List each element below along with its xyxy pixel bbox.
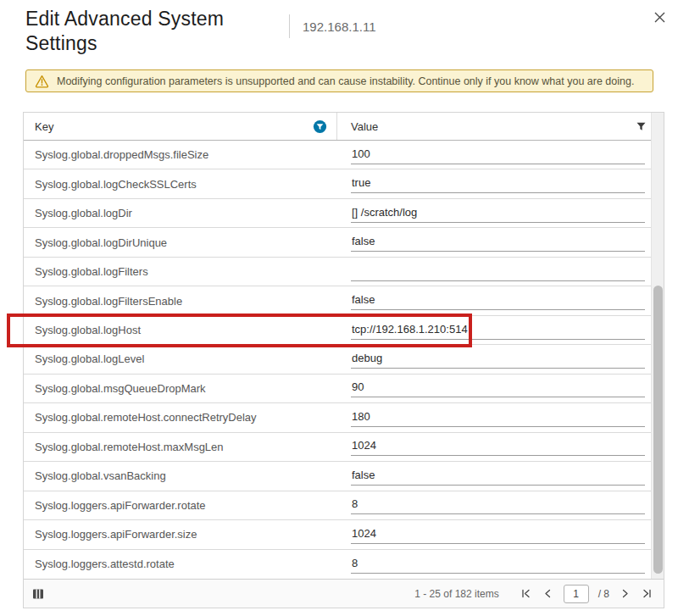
vertical-scrollbar[interactable] [651, 113, 664, 579]
setting-value-cell [337, 204, 664, 223]
key-column-label: Key [35, 120, 53, 133]
first-page-icon [520, 588, 531, 599]
setting-key: Syslog.global.droppedMsgs.fileSize [24, 148, 337, 161]
grid-header: Key Value [24, 113, 664, 141]
setting-value-input[interactable] [351, 379, 645, 397]
setting-value-input[interactable] [351, 525, 645, 544]
setting-key: Syslog.global.logDirUnique [24, 236, 337, 249]
previous-page-button[interactable] [542, 587, 554, 600]
setting-key: Syslog.global.logHost [24, 324, 337, 336]
setting-value-cell [337, 379, 664, 397]
setting-value-cell [337, 263, 664, 281]
setting-value-cell [337, 408, 664, 427]
key-filter-active-icon[interactable] [313, 119, 327, 134]
chevron-left-icon [542, 588, 553, 599]
table-row: Syslog.loggers.apiForwarder.size [24, 520, 664, 549]
setting-value-cell [337, 350, 664, 369]
items-count: 1 - 25 of 182 items [414, 588, 498, 600]
value-filter-icon[interactable] [636, 122, 646, 131]
table-row: Syslog.global.logLevel [24, 345, 664, 374]
table-row: Syslog.global.logFilters [24, 258, 664, 286]
setting-value-input[interactable] [351, 350, 645, 369]
page-title: Edit Advanced System Settings [25, 7, 247, 56]
setting-key: Syslog.global.vsanBacking [24, 469, 337, 482]
table-row: Syslog.global.remoteHost.maxMsgLen [24, 433, 664, 462]
settings-datagrid: Key Value Syslog.global.droppedMsgs.file… [23, 112, 664, 608]
column-header-value: Value [337, 113, 664, 140]
setting-key: Syslog.global.logFilters [24, 265, 337, 278]
setting-value-input[interactable] [351, 555, 645, 574]
warning-icon [35, 75, 49, 88]
setting-key: Syslog.global.remoteHost.maxMsgLen [24, 441, 337, 453]
table-row: Syslog.global.remoteHost.connectRetryDel… [24, 403, 664, 432]
close-button[interactable] [649, 8, 670, 29]
table-row: Syslog.global.msgQueueDropMark [24, 375, 664, 403]
columns-icon [32, 588, 44, 600]
first-page-button[interactable] [520, 587, 532, 600]
page-total-label: / 8 [598, 588, 609, 600]
setting-value-cell [337, 175, 664, 193]
setting-value-cell [337, 555, 664, 574]
close-icon [653, 11, 666, 26]
setting-value-input[interactable] [351, 175, 645, 193]
pagination: / 8 [520, 585, 653, 603]
setting-value-cell [337, 291, 664, 310]
column-picker-button[interactable] [31, 586, 46, 602]
table-row: Syslog.global.logDirUnique [24, 228, 664, 257]
table-row: Syslog.global.logHost [24, 316, 664, 345]
table-row: Syslog.global.droppedMsgs.fileSize [24, 141, 664, 169]
last-page-button[interactable] [641, 587, 653, 600]
scrollbar-thumb[interactable] [653, 286, 663, 574]
setting-key: Syslog.global.logDir [24, 207, 337, 219]
setting-value-cell [337, 437, 664, 456]
table-row: Syslog.loggers.attestd.rotate [24, 550, 664, 579]
setting-value-cell [337, 525, 664, 544]
setting-key: Syslog.global.logLevel [24, 352, 337, 365]
setting-key: Syslog.loggers.apiForwarder.rotate [24, 499, 337, 512]
value-column-label: Value [351, 120, 378, 133]
setting-key: Syslog.loggers.attestd.rotate [24, 558, 337, 570]
last-page-icon [642, 588, 653, 599]
setting-value-input[interactable] [351, 321, 645, 340]
setting-value-input[interactable] [351, 408, 645, 427]
setting-value-input[interactable] [351, 291, 645, 310]
setting-key: Syslog.global.logCheckSSLCerts [24, 178, 337, 191]
setting-value-input[interactable] [351, 204, 645, 223]
next-page-button[interactable] [619, 587, 631, 600]
setting-value-input[interactable] [351, 146, 645, 164]
chevron-right-icon [620, 588, 631, 599]
host-address: 192.168.1.11 [289, 14, 375, 38]
setting-value-cell [337, 146, 664, 164]
setting-value-cell [337, 321, 664, 340]
grid-footer: 1 - 25 of 182 items / 8 [24, 579, 664, 608]
setting-key: Syslog.global.msgQueueDropMark [24, 382, 337, 395]
setting-value-input[interactable] [351, 263, 645, 281]
setting-value-cell [337, 496, 664, 514]
setting-key: Syslog.global.logFiltersEnable [24, 295, 337, 308]
table-row: Syslog.global.logFiltersEnable [24, 286, 664, 315]
warning-text: Modifying configuration parameters is un… [57, 75, 634, 87]
warning-banner: Modifying configuration parameters is un… [25, 69, 653, 92]
setting-value-cell [337, 467, 664, 486]
setting-key: Syslog.loggers.apiForwarder.size [24, 528, 337, 541]
setting-value-cell [337, 233, 664, 252]
setting-value-input[interactable] [351, 437, 645, 456]
page-number-input[interactable] [564, 585, 589, 603]
table-row: Syslog.loggers.apiForwarder.rotate [24, 491, 664, 520]
setting-value-input[interactable] [351, 233, 645, 252]
table-row: Syslog.global.vsanBacking [24, 462, 664, 491]
host-address-label: 192.168.1.11 [303, 19, 375, 34]
setting-value-input[interactable] [351, 467, 645, 486]
table-row: Syslog.global.logCheckSSLCerts [24, 169, 664, 198]
table-row: Syslog.global.logDir [24, 199, 664, 228]
column-header-key: Key [24, 113, 337, 140]
setting-key: Syslog.global.remoteHost.connectRetryDel… [24, 411, 337, 424]
setting-value-input[interactable] [351, 496, 645, 514]
grid-body: Syslog.global.droppedMsgs.fileSize Syslo… [24, 141, 664, 579]
